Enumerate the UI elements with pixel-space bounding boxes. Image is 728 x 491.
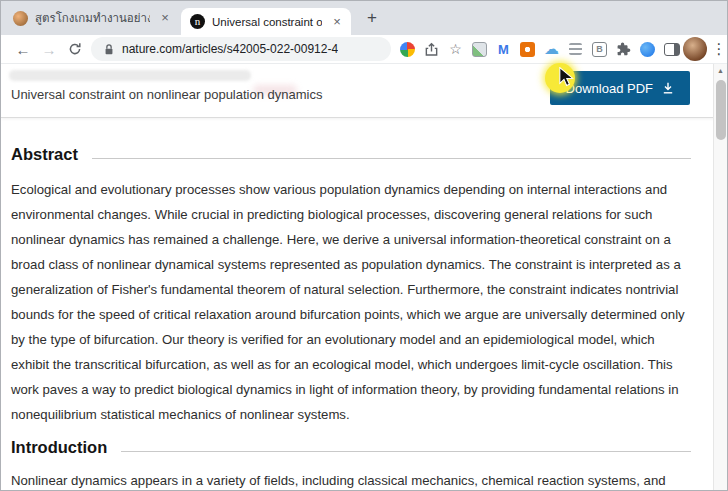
m-extension-icon[interactable]: M bbox=[495, 41, 512, 58]
browser-window: สูตรโกงเกมทำงานอย่างไร ? พร้อมรู้จัก... … bbox=[0, 0, 728, 491]
article-title: Universal constraint on nonlinear popula… bbox=[11, 87, 322, 102]
toolbar-icons: ☆ M ☁ B bbox=[399, 41, 680, 58]
browser-toolbar: ← → nature.com/articles/s42005-022-00912… bbox=[1, 35, 727, 64]
tab-strip: สูตรโกงเกมทำงานอย่างไร ? พร้อมรู้จัก... … bbox=[1, 1, 727, 35]
b-extension-icon[interactable]: B bbox=[591, 41, 608, 58]
nature-favicon-icon: n bbox=[190, 14, 205, 29]
bookmark-star-icon[interactable]: ☆ bbox=[447, 41, 464, 58]
abstract-section-heading: Abstract bbox=[11, 144, 691, 164]
tab-close-icon[interactable]: × bbox=[157, 10, 173, 26]
heading-rule bbox=[92, 158, 691, 159]
address-bar[interactable]: nature.com/articles/s42005-022-00912-4 bbox=[91, 37, 391, 61]
notes-extension-icon[interactable] bbox=[567, 41, 584, 58]
introduction-paragraph: Nonlinear dynamics appears in a variety … bbox=[11, 469, 691, 491]
page-scrollbar[interactable]: ▲ bbox=[713, 64, 727, 491]
side-panel-icon[interactable] bbox=[663, 41, 680, 58]
tab-nature-article[interactable]: n Universal constraint on nonlinear × bbox=[181, 8, 351, 35]
reload-button[interactable] bbox=[63, 37, 87, 61]
blue-extension-icon[interactable] bbox=[639, 41, 656, 58]
tab-thai-article[interactable]: สูตรโกงเกมทำงานอย่างไร ? พร้อมรู้จัก... … bbox=[3, 1, 179, 35]
tab1-favicon-icon bbox=[13, 11, 28, 26]
article-sticky-header: Universal constraint on nonlinear popula… bbox=[1, 64, 715, 118]
browser-menu-icon[interactable]: ⋮ bbox=[710, 40, 728, 58]
profile-avatar[interactable] bbox=[683, 37, 707, 61]
forward-button[interactable]: → bbox=[37, 37, 61, 61]
extensions-puzzle-icon[interactable] bbox=[615, 41, 632, 58]
back-button[interactable]: ← bbox=[11, 37, 35, 61]
colorful-extension-icon[interactable] bbox=[399, 41, 416, 58]
heading-rule bbox=[121, 451, 691, 452]
tab-title: สูตรโกงเกมทำงานอย่างไร ? พร้อมรู้จัก... bbox=[35, 9, 150, 27]
blurred-breadcrumb bbox=[9, 70, 251, 81]
lock-icon bbox=[103, 43, 115, 56]
tab-title: Universal constraint on nonlinear bbox=[212, 16, 322, 28]
mouse-cursor bbox=[558, 67, 575, 87]
download-pdf-label: Download PDF bbox=[566, 81, 653, 96]
share-icon[interactable] bbox=[423, 41, 440, 58]
orange-extension-icon[interactable] bbox=[519, 41, 536, 58]
image-extension-icon[interactable] bbox=[471, 41, 488, 58]
introduction-section-heading: Introduction bbox=[11, 437, 691, 457]
download-icon bbox=[662, 82, 674, 94]
abstract-heading: Abstract bbox=[11, 144, 78, 164]
abstract-paragraph: Ecological and evolutionary processes sh… bbox=[11, 177, 691, 427]
article-content: Abstract Ecological and evolutionary pro… bbox=[1, 118, 715, 491]
url-text: nature.com/articles/s42005-022-00912-4 bbox=[122, 42, 338, 56]
scrollbar-up-icon[interactable]: ▲ bbox=[714, 64, 727, 78]
tab-close-icon[interactable]: × bbox=[329, 14, 345, 30]
scrollbar-thumb[interactable] bbox=[716, 80, 726, 140]
new-tab-button[interactable]: + bbox=[361, 8, 383, 30]
introduction-heading: Introduction bbox=[11, 437, 107, 457]
reload-icon bbox=[68, 42, 82, 56]
cloud-extension-icon[interactable]: ☁ bbox=[543, 41, 560, 58]
